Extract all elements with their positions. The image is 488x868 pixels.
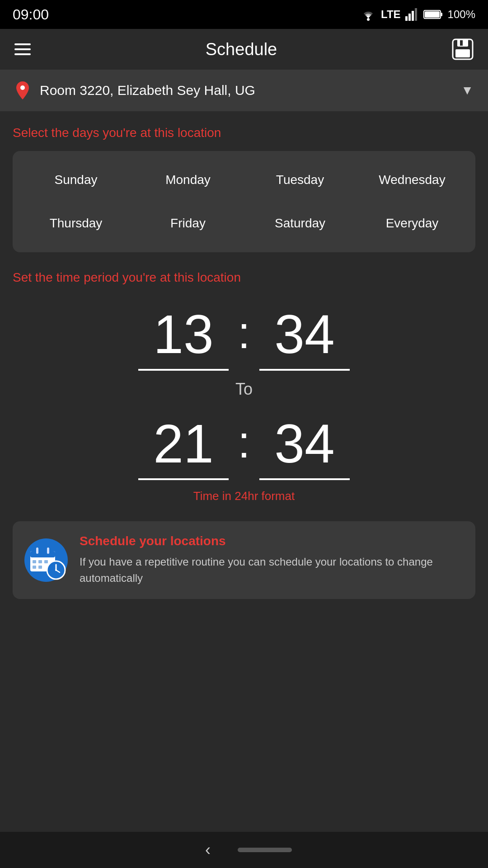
save-button[interactable] xyxy=(452,38,474,60)
time-to-label: To xyxy=(13,380,475,399)
hamburger-line-2 xyxy=(14,48,31,50)
svg-rect-10 xyxy=(460,40,463,46)
svg-point-0 xyxy=(367,18,370,21)
info-card-description: If you have a repetitive routine you can… xyxy=(80,554,465,586)
day-selection-section: Select the days you're at this location … xyxy=(13,126,475,252)
status-icons: LTE 100% xyxy=(360,8,475,21)
time-colon-end: : xyxy=(238,416,250,468)
svg-rect-21 xyxy=(33,566,36,569)
svg-rect-1 xyxy=(405,16,408,21)
time-colon-start: : xyxy=(238,307,250,359)
location-text: Room 3220, Elizabeth Sey Hall, UG xyxy=(40,83,452,98)
lte-label: LTE xyxy=(381,8,401,21)
day-tuesday[interactable]: Tuesday xyxy=(244,158,356,202)
svg-point-27 xyxy=(55,569,57,571)
start-hour-input[interactable]: 13 xyxy=(138,303,229,371)
nav-bar: ‹ xyxy=(0,832,488,868)
day-selection-label: Select the days you're at this location xyxy=(13,126,475,140)
dropdown-arrow-icon[interactable]: ▼ xyxy=(461,83,474,98)
start-minute-input[interactable]: 34 xyxy=(259,303,350,371)
svg-rect-7 xyxy=(441,13,442,16)
svg-rect-20 xyxy=(44,560,48,563)
day-monday[interactable]: Monday xyxy=(132,158,244,202)
day-saturday[interactable]: Saturday xyxy=(244,202,356,245)
app-bar: Schedule xyxy=(0,29,488,70)
day-wednesday[interactable]: Wednesday xyxy=(356,158,468,202)
svg-rect-16 xyxy=(36,547,38,554)
start-time-display: 13 : 34 xyxy=(13,303,475,371)
days-grid: Sunday Monday Tuesday Wednesday Thursday… xyxy=(13,151,475,252)
schedule-icon xyxy=(23,538,69,583)
svg-rect-22 xyxy=(38,566,42,569)
battery-icon xyxy=(423,9,443,20)
end-minute-input[interactable]: 34 xyxy=(259,412,350,480)
svg-rect-2 xyxy=(408,14,411,21)
main-content: Select the days you're at this location … xyxy=(0,111,488,868)
hamburger-line-1 xyxy=(14,43,31,45)
svg-rect-15 xyxy=(30,551,55,557)
svg-rect-18 xyxy=(33,560,36,563)
svg-rect-19 xyxy=(38,560,42,563)
day-thursday[interactable]: Thursday xyxy=(20,202,132,245)
signal-icon xyxy=(405,8,419,21)
battery-percent: 100% xyxy=(448,8,475,21)
svg-rect-17 xyxy=(47,547,49,554)
nav-home-indicator xyxy=(238,848,292,852)
wifi-icon xyxy=(360,8,376,21)
svg-rect-3 xyxy=(412,11,414,21)
end-hour-input[interactable]: 21 xyxy=(138,412,229,480)
svg-rect-6 xyxy=(425,11,440,18)
info-card-text-block: Schedule your locations If you have a re… xyxy=(80,534,465,586)
status-time: 09:00 xyxy=(13,6,49,23)
time-section-label: Set the time period you're at this locat… xyxy=(13,270,475,285)
page-title: Schedule xyxy=(206,40,277,59)
day-friday[interactable]: Friday xyxy=(132,202,244,245)
day-everyday[interactable]: Everyday xyxy=(356,202,468,245)
hamburger-line-3 xyxy=(14,53,31,55)
back-button[interactable]: ‹ xyxy=(196,836,220,864)
day-sunday[interactable]: Sunday xyxy=(20,158,132,202)
info-card-title: Schedule your locations xyxy=(80,534,465,548)
info-card: Schedule your locations If you have a re… xyxy=(13,521,475,599)
svg-point-12 xyxy=(20,85,25,90)
svg-rect-4 xyxy=(415,8,417,21)
location-pin-icon xyxy=(14,80,31,100)
status-bar: 09:00 LTE 100% xyxy=(0,0,488,29)
svg-rect-11 xyxy=(455,49,470,57)
hamburger-menu-button[interactable] xyxy=(14,43,31,55)
end-time-display: 21 : 34 xyxy=(13,412,475,480)
time-section: Set the time period you're at this locat… xyxy=(13,270,475,503)
location-selector[interactable]: Room 3220, Elizabeth Sey Hall, UG ▼ xyxy=(0,70,488,111)
time-format-note: Time in 24hr format xyxy=(13,489,475,503)
